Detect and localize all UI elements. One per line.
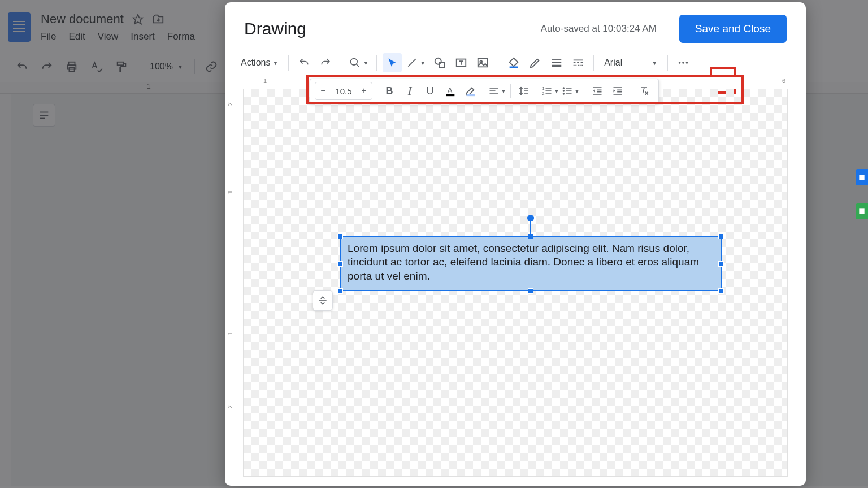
save-and-close-button[interactable]: Save and Close [679, 15, 787, 43]
v-ruler-1b: 1 [227, 332, 233, 335]
modal-title: Drawing [244, 19, 306, 38]
resize-handle-nw[interactable] [337, 234, 343, 239]
line-spacing-icon[interactable] [514, 81, 533, 101]
bold-button[interactable]: B [380, 81, 399, 101]
svg-rect-57 [859, 175, 864, 180]
resize-handle-ne[interactable] [718, 234, 724, 239]
autofit-handle-icon[interactable] [313, 290, 333, 311]
border-weight-icon[interactable] [547, 53, 566, 72]
more-options-icon[interactable] [674, 53, 693, 72]
drawing-canvas[interactable]: Lorem ipsum dolor sit amet, consectetur … [243, 89, 788, 477]
clear-formatting-icon[interactable] [635, 81, 654, 101]
svg-point-23 [679, 62, 681, 64]
text-color-icon[interactable]: A [441, 81, 460, 101]
svg-point-24 [682, 62, 684, 64]
svg-point-43 [563, 93, 565, 94]
resize-handle-n[interactable] [528, 234, 533, 239]
font-family-select[interactable]: Arial▼ [600, 53, 662, 72]
side-panel-badge-2[interactable] [856, 203, 868, 219]
undo-icon[interactable] [294, 53, 314, 72]
resize-handle-e[interactable] [718, 261, 724, 267]
drawing-modal: Drawing Auto-saved at 10:03:24 AM Save a… [225, 2, 806, 486]
resize-handle-sw[interactable] [337, 288, 343, 294]
svg-rect-12 [439, 62, 444, 67]
image-tool-icon[interactable] [473, 53, 492, 72]
underline-button[interactable]: U [420, 81, 440, 101]
svg-line-9 [357, 64, 359, 67]
select-tool-icon[interactable] [383, 53, 402, 72]
h-ruler-1: 1 [263, 77, 267, 84]
textbox-text: Lorem ipsum dolor sit amet, consectetur … [348, 242, 699, 282]
border-color-icon[interactable] [526, 53, 545, 72]
side-panel-badge-1[interactable] [856, 169, 868, 185]
svg-point-42 [563, 90, 565, 91]
v-ruler-2a: 2 [227, 102, 233, 106]
border-dash-icon[interactable] [568, 53, 588, 72]
v-ruler-1a: 1 [227, 190, 233, 194]
svg-text:A: A [448, 86, 453, 95]
drawing-toolbar: Actions▼ ▼ ▼ Arial▼ [225, 49, 806, 77]
font-size-value[interactable]: 10.5 [331, 86, 356, 96]
svg-point-11 [435, 58, 441, 64]
autosave-status: Auto-saved at 10:03:24 AM [541, 23, 657, 34]
h-ruler-6: 6 [782, 77, 785, 84]
resize-handle-w[interactable] [337, 261, 343, 267]
svg-line-10 [409, 59, 416, 66]
svg-point-8 [351, 59, 358, 66]
shape-tool-icon[interactable] [430, 53, 449, 72]
svg-text:2: 2 [542, 91, 545, 95]
text-formatting-toolbar: − 10.5 + B I U A ▼ 12▼ ▼ [310, 79, 659, 103]
svg-point-41 [563, 87, 565, 89]
v-ruler-2b: 2 [227, 405, 233, 408]
fill-color-icon[interactable] [504, 53, 523, 72]
highlight-color-icon[interactable] [461, 81, 480, 101]
font-size-control: − 10.5 + [315, 82, 372, 100]
decrease-indent-icon[interactable] [588, 81, 607, 101]
svg-point-25 [686, 62, 688, 64]
textbox-tool-icon[interactable] [452, 53, 471, 72]
svg-text:1: 1 [542, 86, 545, 90]
redo-icon[interactable] [316, 53, 335, 72]
zoom-icon[interactable]: ▼ [347, 53, 371, 72]
bulleted-list-icon[interactable]: ▼ [561, 81, 580, 101]
font-size-decrease-button[interactable]: − [315, 82, 331, 99]
italic-button[interactable]: I [400, 81, 419, 101]
line-tool-icon[interactable]: ▼ [404, 53, 428, 72]
align-icon[interactable]: ▼ [488, 81, 507, 101]
numbered-list-icon[interactable]: 12▼ [541, 81, 560, 101]
increase-indent-icon[interactable] [608, 81, 627, 101]
svg-rect-28 [446, 94, 455, 97]
resize-handle-s[interactable] [528, 288, 533, 294]
text-box[interactable]: Lorem ipsum dolor sit amet, consectetur … [340, 236, 722, 291]
svg-rect-14 [478, 59, 488, 67]
font-size-increase-button[interactable]: + [356, 82, 372, 99]
svg-rect-58 [859, 208, 864, 213]
resize-handle-se[interactable] [718, 288, 724, 294]
svg-rect-29 [467, 94, 475, 97]
actions-menu[interactable]: Actions▼ [236, 54, 283, 71]
